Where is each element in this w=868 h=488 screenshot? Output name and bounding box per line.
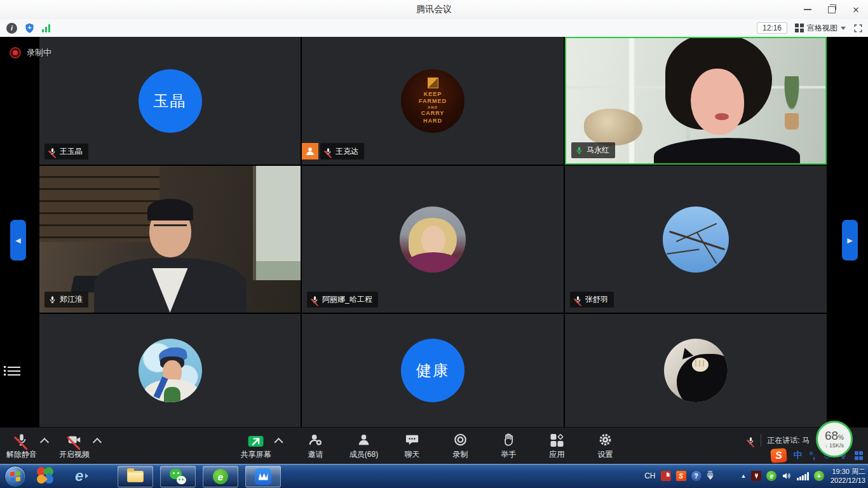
speaking-label: 正在讲话: 马 [767, 435, 810, 446]
language-indicator[interactable]: CH [644, 471, 655, 480]
meeting-info-icon[interactable]: i [6, 23, 17, 34]
taskbar-app-ie[interactable]: e [75, 467, 88, 485]
invite-button[interactable]: 邀请 [301, 431, 330, 460]
video-tile[interactable] [565, 314, 827, 427]
browser-icon: e [213, 469, 228, 484]
settings-button[interactable]: 设置 [591, 431, 620, 460]
video-tile[interactable]: KEEP FARMED AND CARRY HARD 王克达 [302, 37, 564, 165]
help-tray-icon[interactable]: ? [691, 471, 702, 481]
safety-tray-icon[interactable]: + [814, 471, 824, 481]
share-screen-button[interactable]: 共享屏幕 [241, 431, 271, 460]
chevron-up-icon[interactable] [40, 438, 49, 447]
sogou-icon[interactable]: S [770, 448, 787, 463]
name-tag: 张舒羽 [570, 292, 614, 308]
name-tag: 郑江淮 [44, 292, 88, 308]
avatar [664, 339, 728, 402]
taskbar-clock[interactable]: 19:30 周二 2022/12/13 [831, 467, 865, 485]
mic-muted-icon [324, 147, 332, 156]
prev-page-button[interactable]: ◀ [10, 220, 26, 261]
layout-view-button[interactable]: 宫格视图 [795, 23, 846, 34]
video-tile[interactable]: 张舒羽 [565, 166, 827, 313]
taskbar-app-office[interactable] [37, 467, 53, 484]
participant-name: 阿丽娜_哈工程 [322, 294, 372, 305]
restore-button[interactable] [820, 0, 844, 19]
name-tag: 王玉晶 [44, 144, 88, 159]
arrow-right-icon: ▶ [847, 236, 852, 245]
system-tray: CH S ? 🖶 ▲ e + 19:30 周二 2022/12/13 [644, 464, 865, 488]
invite-icon [309, 431, 323, 447]
recording-label: 录制中 [27, 47, 51, 58]
volume-icon[interactable] [782, 471, 792, 481]
settings-gear-icon [599, 431, 613, 447]
avatar: KEEP FARMED AND CARRY HARD [401, 69, 465, 133]
name-tag: 王克达 [320, 143, 364, 159]
window-title: 腾讯会议 [416, 4, 452, 15]
taskbar-app-wechat[interactable] [160, 466, 196, 487]
video-tile[interactable]: 玉晶 王玉晶 [39, 37, 301, 165]
start-button[interactable] [4, 466, 26, 487]
avatar: 玉晶 [139, 69, 202, 133]
taskbar-app-360browser[interactable]: e [203, 466, 238, 487]
browser-tray-icon[interactable]: e [766, 471, 776, 481]
apps-button[interactable]: 应用 [543, 431, 572, 460]
close-button[interactable]: × [844, 0, 868, 19]
office-suite-icon [37, 467, 53, 484]
mic-muted-icon [747, 437, 755, 445]
meeting-toolbar-bottom: 解除静音 开启视频 共享屏幕 [0, 427, 868, 464]
video-tile[interactable]: 郑江淮 [39, 166, 301, 313]
record-button[interactable]: 录制 [446, 431, 475, 460]
members-button[interactable]: 成员(68) [349, 431, 379, 460]
chevron-up-icon[interactable] [274, 438, 283, 447]
sogou-tray-icon[interactable]: S [676, 471, 686, 481]
video-tile[interactable]: 健康 [302, 314, 564, 427]
power-tray-icon[interactable] [751, 471, 761, 481]
network-signal-icon[interactable] [42, 24, 50, 32]
chevron-up-icon[interactable] [93, 438, 102, 447]
video-tile[interactable] [39, 314, 301, 427]
punctuation-icon[interactable]: °, [810, 451, 816, 461]
meeting-toolbar-top: i + 12:16 宫格视图 [0, 19, 868, 37]
members-icon [357, 431, 371, 447]
fullscreen-icon[interactable] [853, 24, 863, 33]
grid-view-icon [795, 24, 804, 32]
minimize-button[interactable] [796, 0, 820, 19]
raise-hand-icon [502, 431, 516, 447]
video-tile[interactable]: 阿丽娜_哈工程 [302, 166, 564, 313]
raise-hand-button[interactable]: 举手 [494, 431, 524, 460]
meeting-list-icon[interactable] [4, 366, 20, 381]
window-controls: × [796, 0, 868, 19]
mic-muted-icon [574, 295, 582, 304]
taskbar-app-explorer[interactable] [118, 466, 153, 487]
speaking-indicator: 正在讲话: 马 [747, 434, 810, 447]
name-tag: 马永红 [571, 142, 615, 158]
chat-icon [405, 431, 419, 447]
dota-logo-icon [428, 78, 438, 88]
taskbar-app-meeting[interactable] [245, 466, 281, 487]
net-speed-badge[interactable]: 68% ↓ 15K/s [816, 421, 853, 458]
windows-taskbar: e e CH S ? 🖶 ▲ e + 19:30 周二 2022/12/13 [0, 464, 868, 488]
close-icon: × [853, 4, 859, 15]
device-tray-icon[interactable]: 🖶 [707, 472, 714, 480]
chevron-down-icon [841, 27, 846, 30]
network-tray-icon[interactable] [797, 472, 809, 480]
download-arrow-icon: ↓ [825, 442, 828, 449]
internet-explorer-icon: e [75, 467, 83, 485]
mic-active-icon [575, 146, 583, 154]
tray-app-icon[interactable] [661, 471, 671, 481]
chat-button[interactable]: 聊天 [398, 431, 427, 460]
language-mode-icon[interactable]: 中 [794, 450, 803, 461]
show-hidden-icons[interactable]: ▲ [741, 473, 747, 479]
ime-toolbox-icon[interactable] [855, 451, 864, 460]
start-video-button[interactable]: 开启视频 [59, 431, 90, 460]
host-badge-icon [302, 143, 318, 159]
video-tile-active-speaker[interactable]: 马永红 [565, 37, 827, 165]
record-icon [454, 431, 468, 447]
unmute-button[interactable]: 解除静音 [6, 431, 37, 460]
tencent-meeting-window: 腾讯会议 × i + 12:16 宫格视图 录 [0, 0, 868, 488]
security-shield-icon[interactable]: + [24, 22, 35, 34]
mic-muted-icon [48, 147, 57, 156]
avatar: 健康 [401, 339, 465, 402]
jumplist-caret-icon [85, 473, 88, 478]
meeting-duration: 12:16 [757, 22, 787, 34]
next-page-button[interactable]: ▶ [842, 220, 858, 261]
